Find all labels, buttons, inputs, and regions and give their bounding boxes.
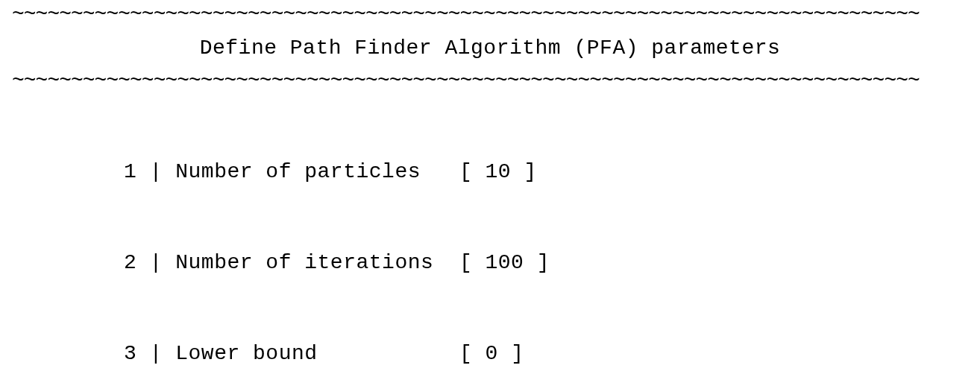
menu-idx: 1 [124, 160, 136, 183]
divider-wave-bottom: ~~~~~~~~~~~~~~~~~~~~~~~~~~~~~~~~~~~~~~~~… [12, 66, 968, 97]
menu-item-2[interactable]: 2 | Number of iterations [ 100 ] [124, 248, 968, 279]
menu-value: 0 [486, 342, 498, 365]
divider-wave-top: ~~~~~~~~~~~~~~~~~~~~~~~~~~~~~~~~~~~~~~~~… [12, 0, 968, 31]
menu-idx: 2 [124, 251, 136, 274]
page-title: Define Path Finder Algorithm (PFA) param… [12, 31, 968, 67]
menu-label: Lower bound [175, 342, 446, 365]
menu-item-1[interactable]: 1 | Number of particles [ 10 ] [124, 157, 968, 188]
menu-value: 10 [486, 160, 512, 183]
menu-label: Number of iterations [175, 251, 446, 274]
menu-label: Number of particles [175, 160, 446, 183]
terminal-screen: ~~~~~~~~~~~~~~~~~~~~~~~~~~~~~~~~~~~~~~~~… [0, 0, 980, 374]
menu-item-3[interactable]: 3 | Lower bound [ 0 ] [124, 339, 968, 370]
menu-idx: 3 [124, 342, 136, 365]
menu-value: 100 [486, 251, 524, 274]
menu-list: 1 | Number of particles [ 10 ] 2 | Numbe… [12, 97, 968, 374]
